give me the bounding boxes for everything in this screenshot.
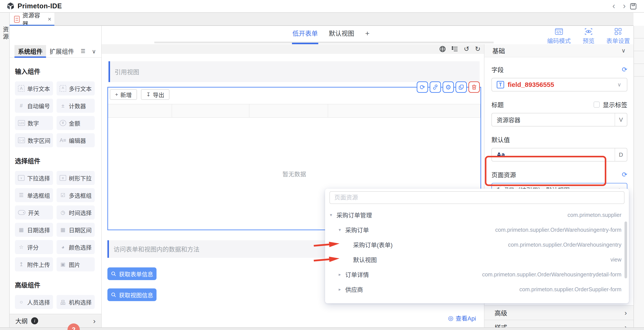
advanced-section-header[interactable]: 高级 › bbox=[484, 305, 634, 320]
get-view-info-button[interactable]: 获取视图信息 bbox=[108, 288, 156, 301]
link-component-button[interactable] bbox=[430, 81, 441, 93]
component-item[interactable]: A≡ 编辑器 bbox=[56, 133, 95, 147]
right-rail-tab[interactable] bbox=[634, 26, 644, 38]
resource-tree-row[interactable]: ▾ 采购订单管理 com.primeton.supplier bbox=[325, 207, 629, 222]
tab-extension-components[interactable]: 扩展组件 bbox=[46, 45, 78, 57]
component-item[interactable]: ▣ 图片 bbox=[56, 257, 95, 271]
refresh-resource-icon[interactable]: ⟳ bbox=[622, 171, 627, 178]
component-item[interactable]: ≣ 树形下拉 bbox=[56, 171, 95, 185]
save-icon[interactable] bbox=[630, 3, 637, 10]
component-item[interactable]: 123 数字 bbox=[15, 116, 53, 130]
resource-tree-row[interactable]: 默认视图 view bbox=[325, 252, 629, 267]
get-form-info-button[interactable]: 获取表单信息 bbox=[108, 267, 156, 280]
grid-column-header[interactable] bbox=[475, 104, 480, 117]
redo-icon[interactable]: ↻ bbox=[475, 46, 480, 52]
resource-tree-row[interactable]: ▾ 采购订单 com.primeton.supplier.OrderWareho… bbox=[325, 222, 629, 237]
refresh-field-icon[interactable]: ⟳ bbox=[622, 66, 627, 73]
outline-settings-icon[interactable] bbox=[452, 46, 458, 52]
right-rail-tab[interactable] bbox=[634, 38, 644, 51]
close-icon[interactable]: × bbox=[48, 16, 51, 23]
component-item[interactable]: ◕ 颜色选择 bbox=[56, 240, 95, 254]
resource-tree-row[interactable]: 采购订单(表单) com.primeton.supplier.OrderWare… bbox=[325, 237, 629, 252]
scrollbar-thumb[interactable] bbox=[624, 221, 627, 278]
grid-column-header[interactable] bbox=[328, 104, 475, 117]
component-item-label: 日期选择 bbox=[27, 226, 50, 234]
resource-name: 默认视图 bbox=[353, 255, 377, 264]
component-item[interactable]: ▦ 日期选择 bbox=[15, 223, 53, 237]
component-item[interactable]: ± 计数器 bbox=[56, 99, 95, 113]
component-item[interactable]: ● 开关 bbox=[15, 205, 53, 219]
right-rail-tab[interactable] bbox=[634, 51, 644, 64]
left-rail-resources-tab[interactable]: 资源 bbox=[0, 26, 10, 41]
chevron-down-icon[interactable]: ∨ bbox=[622, 47, 626, 54]
show-label-checkbox[interactable] bbox=[594, 102, 600, 108]
chevron-right-icon[interactable]: › bbox=[93, 317, 96, 325]
component-item[interactable]: ↥ 附件上传 bbox=[15, 257, 53, 271]
component-item[interactable]: A 单行文本 bbox=[15, 81, 53, 95]
default-dynamic-addon[interactable]: D bbox=[615, 148, 627, 161]
grid-column-header[interactable] bbox=[172, 104, 250, 117]
tab-system-components[interactable]: 系统组件 bbox=[14, 45, 46, 57]
delete-component-button[interactable] bbox=[468, 81, 480, 93]
default-value-input[interactable]: Aa D bbox=[492, 148, 627, 162]
component-item-label: 树形下拉 bbox=[69, 174, 92, 182]
view-api-link[interactable]: ◎ 查看Api bbox=[448, 314, 476, 322]
component-item[interactable]: ☆ 评分 bbox=[15, 240, 53, 254]
reference-view-section[interactable]: 引用视图 bbox=[108, 61, 480, 82]
form-settings-button[interactable]: 表单设置 bbox=[606, 27, 630, 45]
grid-column-header[interactable] bbox=[250, 104, 328, 117]
resource-search-input[interactable] bbox=[330, 191, 624, 204]
nav-back-icon[interactable]: ‹ bbox=[609, 1, 618, 11]
component-item[interactable]: ☰ 单选框组 bbox=[15, 188, 53, 202]
component-item[interactable]: ∨ 下拉选择 bbox=[15, 171, 53, 185]
section-accent-bar bbox=[108, 240, 109, 258]
field-select[interactable]: T field_89356555 ∨ bbox=[492, 78, 627, 91]
field-select-value: field_89356555 bbox=[508, 81, 554, 88]
undo-icon[interactable]: ↺ bbox=[464, 46, 469, 52]
component-item-icon: ● bbox=[18, 210, 26, 215]
tree-caret-icon[interactable]: ▸ bbox=[339, 272, 345, 277]
right-rail-tab[interactable] bbox=[634, 64, 644, 77]
component-item[interactable]: 1~3 数字区间 bbox=[15, 133, 53, 147]
title-input[interactable]: 资源容器 V bbox=[492, 113, 627, 127]
code-mode-button[interactable]: 编码模式 bbox=[547, 27, 571, 45]
component-item[interactable]: A 多行文本 bbox=[56, 81, 95, 95]
add-row-button[interactable]: + 新增 bbox=[110, 89, 137, 100]
tab-default-view[interactable]: 默认视图 bbox=[329, 28, 354, 39]
nav-forward-icon[interactable]: › bbox=[620, 1, 629, 11]
component-item[interactable]: ☑ 多选框组 bbox=[56, 188, 95, 202]
export-button[interactable]: ↧ 导出 bbox=[141, 89, 170, 100]
component-item-label: 多行文本 bbox=[69, 84, 92, 93]
preview-button[interactable]: 预览 bbox=[582, 27, 594, 45]
globe-icon[interactable] bbox=[439, 46, 446, 52]
component-item[interactable]: ○ 人员选择 bbox=[15, 295, 53, 309]
resource-tree-row[interactable]: ▸ 订单详情 com.primeton.supplier.OrderWareho… bbox=[325, 267, 629, 282]
tab-lowcode-form[interactable]: 低开表单 bbox=[292, 28, 318, 39]
resource-tree-row[interactable]: ▸ 供应商 com.primeton.supplier.OrderSupplie… bbox=[325, 282, 629, 297]
component-item-icon: ± bbox=[60, 102, 66, 109]
component-item[interactable]: # 自动编号 bbox=[15, 99, 53, 113]
component-item[interactable]: 品 机构选择 bbox=[56, 295, 95, 309]
resource-name: 采购订单 bbox=[345, 226, 369, 234]
tree-caret-icon[interactable]: ▸ bbox=[339, 287, 345, 292]
component-item[interactable]: ◷ 时间选择 bbox=[56, 205, 95, 219]
tree-caret-icon[interactable]: ▾ bbox=[339, 227, 345, 232]
add-view-button[interactable]: + bbox=[365, 29, 370, 38]
component-item-label: 时间选择 bbox=[69, 208, 92, 217]
component-item[interactable]: ¥ 金额 bbox=[56, 116, 95, 130]
outline-bar[interactable]: 大纲 i › bbox=[10, 314, 102, 327]
list-layout-icon[interactable]: ☰ bbox=[81, 48, 86, 54]
tree-caret-icon[interactable]: ▾ bbox=[330, 212, 336, 217]
refresh-component-button[interactable]: ⟳ bbox=[417, 81, 428, 93]
copy-component-button[interactable] bbox=[456, 81, 467, 93]
resource-name: 供应商 bbox=[345, 285, 363, 294]
chevron-down-icon[interactable]: ∨ bbox=[92, 48, 96, 55]
basic-section-header[interactable]: 基础 ∨ bbox=[484, 44, 634, 57]
title-variable-addon[interactable]: V bbox=[615, 113, 627, 126]
component-item[interactable]: ▦ 日期区间 bbox=[56, 223, 95, 237]
file-tab-resource-container[interactable]: 资源容器 × bbox=[10, 13, 54, 26]
settings-gear-button[interactable]: ⚙ bbox=[442, 81, 454, 93]
resource-code: com.primeton.supplier.OrderWarehousingen… bbox=[495, 227, 629, 233]
info-icon[interactable]: i bbox=[31, 317, 38, 324]
grid-column-header[interactable] bbox=[108, 104, 172, 117]
